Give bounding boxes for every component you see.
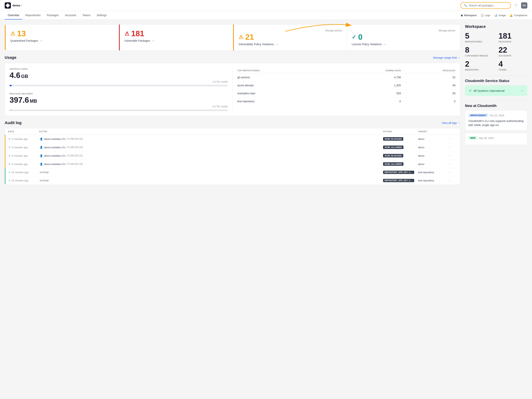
audit-row[interactable]: ↻ 5 minutes ago 👤 alison-sickelka-1Yx 73… bbox=[5, 152, 460, 160]
divider-1 bbox=[465, 76, 527, 76]
audit-time-2: ↻ 5 minutes ago bbox=[9, 146, 40, 149]
ws-teams-label: TEAMS bbox=[499, 69, 527, 71]
nav-workspace[interactable]: ◉ Workspace bbox=[461, 11, 477, 19]
nav-item-settings[interactable]: Settings bbox=[94, 11, 110, 19]
usage-icon: 📊 bbox=[494, 14, 497, 17]
audit-action-2: SCIM_ALLOWED bbox=[383, 146, 418, 149]
license-policy-label: License Policy Violations → bbox=[352, 43, 456, 46]
new-at-cloudsmith-section: New at Cloudsmith IMPROVEMENT Oct 10, 20… bbox=[465, 104, 527, 145]
ws-repositories-value: 5 bbox=[465, 32, 494, 40]
usage-right: TOP REPOSITORIES DOWNLOADS PACKAGES gh-a… bbox=[233, 68, 456, 111]
audit-card: DATE ACTOR ACTION TARGET ↻ 4 minutes ago… bbox=[5, 128, 460, 185]
col-header-downloads: DOWNLOADS bbox=[346, 69, 401, 72]
news-card-2[interactable]: NEW Sep 30, 2024 bbox=[465, 133, 527, 145]
news-badge-2: NEW bbox=[468, 136, 477, 140]
audit-chevron-3[interactable]: › bbox=[449, 154, 457, 157]
status-arrow-icon: → bbox=[520, 89, 523, 92]
search-input[interactable] bbox=[469, 4, 507, 7]
top-repos-table: TOP REPOSITORIES DOWNLOADS PACKAGES gh-a… bbox=[237, 68, 456, 105]
content-left: ⚠ 13 Quarantined Packages → ⚠ 181 V bbox=[5, 24, 460, 185]
navigation: Overview Repositories Packages Accounts … bbox=[0, 11, 532, 20]
news-date-1: Oct 10, 2024 bbox=[490, 114, 504, 117]
usage-card: ARTIFACT DATA 4.6 GB 1.0 TB / month PACK… bbox=[5, 63, 460, 116]
audit-action-3: SCIM_BLOCKED bbox=[383, 154, 418, 157]
help-button[interactable]: ? bbox=[513, 3, 519, 8]
license-policy-manage-link[interactable]: Manage policies bbox=[352, 29, 456, 32]
package-delivery-label: PACKAGE DELIVERY bbox=[10, 93, 228, 95]
vuln-policy-value: ⚠ 21 bbox=[239, 33, 342, 41]
vuln-policy-arrow[interactable]: → bbox=[275, 43, 278, 46]
audit-action-5: REPOSITORY_GPG_KEY_CR... bbox=[383, 171, 418, 174]
row-chevron-icon-2: › bbox=[449, 146, 450, 149]
audit-row[interactable]: ↻ 5 minutes ago 👤 alison-sickelka-1Yx 73… bbox=[5, 143, 460, 152]
compliance-label: Compliance bbox=[514, 14, 527, 17]
logo[interactable] bbox=[5, 2, 11, 9]
news-card-1[interactable]: IMPROVEMENT Oct 10, 2024 Cloudsmith's CL… bbox=[465, 110, 527, 130]
stat-card-vuln-policy: Manage policies ⚠ 21 Vulnerability Polic… bbox=[233, 25, 347, 51]
audit-row[interactable]: + 15 minutes ago SYSTEM REPOSITORY_GPG_K… bbox=[5, 176, 460, 185]
package-delivery-section: PACKAGE DELIVERY 397.6 MB 2.0 TB / month bbox=[10, 93, 228, 111]
stat-card-vulnerable: ⚠ 181 Vulnerable Packages → bbox=[119, 25, 233, 51]
view-all-logs-link[interactable]: View all logs → bbox=[442, 121, 460, 124]
nav-item-packages[interactable]: Packages bbox=[44, 11, 62, 19]
nav-item-repositories[interactable]: Repositories bbox=[22, 11, 44, 19]
action-badge-6: REPOSITORY_GPG_KEY_CR... bbox=[383, 179, 414, 182]
repo-name-2: azure-devops bbox=[237, 84, 346, 87]
ws-packages-label: PACKAGES bbox=[499, 40, 527, 43]
package-delivery-limit: 2.0 TB / month bbox=[10, 105, 228, 108]
audit-target-5: test-repository bbox=[418, 171, 449, 174]
view-all-logs-arrow-icon: → bbox=[458, 121, 460, 124]
usage-title: Usage bbox=[5, 55, 16, 60]
manage-usage-link[interactable]: Manage usage limit → bbox=[433, 56, 460, 59]
audit-row[interactable]: ↻ 4 minutes ago 👤 alison-sickelka-1Yx 73… bbox=[5, 135, 460, 143]
refresh-icon-2: ↻ bbox=[9, 146, 11, 149]
quarantined-arrow[interactable]: → bbox=[39, 39, 42, 42]
nav-item-accounts[interactable]: Accounts bbox=[62, 11, 79, 19]
package-delivery-progress-bar bbox=[10, 109, 228, 111]
audit-target-1: demo bbox=[418, 138, 449, 141]
nav-logs[interactable]: 📋 Logs bbox=[481, 11, 490, 19]
audit-chevron-2[interactable]: › bbox=[449, 146, 457, 149]
audit-actor-5: SYSTEM bbox=[40, 171, 383, 174]
action-badge-3: SCIM_BLOCKED bbox=[383, 154, 403, 157]
logs-label: Logs bbox=[485, 14, 490, 17]
license-policy-arrow[interactable]: → bbox=[383, 43, 386, 46]
service-status-card[interactable]: ✓ All Systems Operational → bbox=[465, 85, 527, 96]
search-icon: 🔍 bbox=[464, 4, 467, 7]
audit-time-4: ↻ 5 minutes ago bbox=[9, 163, 40, 166]
news-date-2: Sep 30, 2024 bbox=[479, 137, 494, 140]
audit-chevron-1[interactable]: › bbox=[449, 138, 457, 140]
status-text: ✓ All Systems Operational bbox=[469, 89, 505, 93]
audit-chevron-5[interactable]: › bbox=[449, 171, 457, 174]
artifact-data-section: ARTIFACT DATA 4.6 GB 1.0 TB / month bbox=[10, 68, 228, 86]
search-box[interactable]: 🔍 bbox=[460, 2, 511, 9]
nav-right: ◉ Workspace 📋 Logs 📊 Usage 🔔 Compliance bbox=[461, 11, 527, 19]
audit-chevron-6[interactable]: › bbox=[449, 179, 457, 182]
org-selector[interactable]: demo ▾ bbox=[13, 4, 22, 7]
nav-item-overview[interactable]: Overview bbox=[5, 11, 22, 19]
action-badge-1: SCIM_BLOCKED bbox=[383, 137, 403, 141]
row-chevron-icon-5: › bbox=[449, 171, 450, 174]
audit-section-header: Audit log View all logs → bbox=[5, 121, 460, 125]
action-badge-5: REPOSITORY_GPG_KEY_CR... bbox=[383, 171, 414, 174]
vuln-policy-manage-link[interactable]: Manage policies bbox=[239, 29, 342, 32]
news-badge-1: IMPROVEMENT bbox=[468, 114, 488, 117]
audit-row[interactable]: ↻ 5 minutes ago 👤 alison-sickelka-1Yx 73… bbox=[5, 160, 460, 168]
ws-webhooks-label: WEBHOOKS bbox=[465, 69, 494, 71]
repo-downloads-3: 593 bbox=[346, 92, 401, 95]
nav-usage[interactable]: 📊 Usage bbox=[494, 11, 506, 19]
compliance-icon: 🔔 bbox=[510, 14, 513, 17]
nav-compliance[interactable]: 🔔 Compliance bbox=[510, 11, 527, 19]
audit-chevron-4[interactable]: › bbox=[449, 163, 457, 165]
package-delivery-value: 397.6 MB bbox=[10, 96, 228, 104]
audit-row[interactable]: + 15 minutes ago SYSTEM REPOSITORY_GPG_K… bbox=[5, 168, 460, 176]
avatar[interactable]: AS bbox=[521, 2, 527, 9]
audit-action-4: SCIM_ALLOWED bbox=[383, 162, 418, 166]
nav-item-teams[interactable]: Teams bbox=[79, 11, 94, 19]
stat-card-license-policy: Manage policies ✓ 0 License Policy Viola… bbox=[347, 25, 460, 51]
ws-stat-webhooks: 2 WEBHOOKS bbox=[465, 60, 494, 71]
audit-title: Audit log bbox=[5, 121, 22, 125]
audit-col-empty bbox=[449, 130, 457, 133]
vulnerable-arrow[interactable]: → bbox=[152, 39, 154, 42]
divider-2 bbox=[465, 101, 527, 101]
